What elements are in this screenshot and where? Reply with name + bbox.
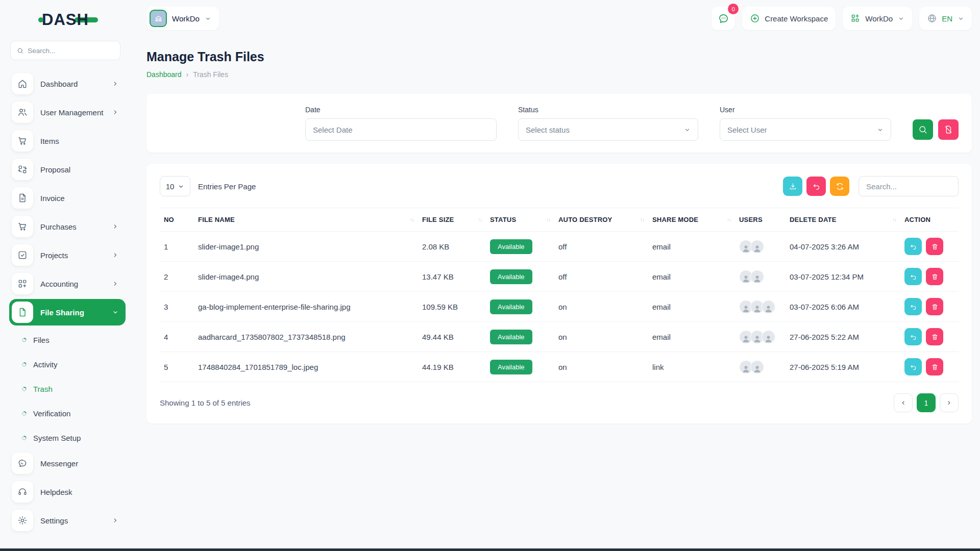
user-filter-field: User Select User xyxy=(720,106,891,141)
sidebar-item-trash[interactable]: Trash xyxy=(9,377,126,401)
users-avatars xyxy=(739,240,781,254)
sidebar-item-items[interactable]: Items xyxy=(9,128,126,154)
column-header-no: NO xyxy=(160,208,194,232)
sidebar-item-activity[interactable]: Activity xyxy=(9,352,126,377)
delete-file-button[interactable] xyxy=(926,268,943,285)
sidebar-search-input[interactable] xyxy=(28,47,114,55)
sidebar-item-verification[interactable]: Verification xyxy=(9,401,126,425)
sidebar-item-label: Helpdesk xyxy=(40,488,119,496)
workspace-logo-icon xyxy=(150,10,167,27)
column-header-status[interactable]: STATUS↑↓ xyxy=(486,208,554,232)
file-name-cell: slider-image4.png xyxy=(194,262,418,292)
chevron-right-icon xyxy=(112,109,119,116)
sidebar-item-user-management[interactable]: User Management xyxy=(9,99,126,126)
sidebar-item-proposal[interactable]: Proposal xyxy=(9,156,126,183)
search-icon xyxy=(17,47,23,55)
prev-page-button[interactable] xyxy=(894,393,913,412)
app-logo[interactable]: DASH xyxy=(0,8,131,32)
sort-icon[interactable]: ↑↓ xyxy=(727,217,731,222)
delete-file-button[interactable] xyxy=(926,238,943,255)
restore-file-button[interactable] xyxy=(904,238,922,255)
column-header-file_size[interactable]: FILE SIZE↑↓ xyxy=(418,208,486,232)
auto-destroy-cell: on xyxy=(554,352,648,382)
download-button[interactable] xyxy=(783,177,802,196)
restore-file-button[interactable] xyxy=(904,298,922,315)
table-row: 3ga-blog-implement-enterprise-file-shari… xyxy=(160,292,959,322)
delete-date-cell: 03-07-2025 6:06 AM xyxy=(786,292,900,322)
sidebar-subitem-label: Verification xyxy=(33,409,70,418)
date-filter-field: Date xyxy=(305,106,497,141)
column-header-share_mode[interactable]: SHARE MODE↑↓ xyxy=(648,208,735,232)
avatar xyxy=(762,300,775,314)
sort-icon[interactable]: ↑↓ xyxy=(640,217,644,222)
column-header-auto_destroy[interactable]: AUTO DESTROY↑↓ xyxy=(554,208,648,232)
sidebar-item-system-setup[interactable]: System Setup xyxy=(9,425,126,450)
chevron-right-icon xyxy=(112,80,119,88)
refresh-button[interactable] xyxy=(830,177,849,196)
gear-icon xyxy=(12,510,33,531)
restore-file-button[interactable] xyxy=(904,268,922,285)
language-selector[interactable]: EN xyxy=(919,7,972,30)
trash-files-table: NOFILE NAME↑↓FILE SIZE↑↓STATUS↑↓AUTO DES… xyxy=(160,208,959,382)
sidebar-item-purchases[interactable]: Purchases xyxy=(9,213,126,240)
column-header-delete_date[interactable]: DELETE DATE↑↓ xyxy=(786,208,900,232)
sort-icon[interactable]: ↑↓ xyxy=(892,217,896,222)
sidebar-item-dashboard[interactable]: Dashboard xyxy=(9,70,126,97)
file-size-cell: 2.08 KB xyxy=(418,232,486,262)
row-actions xyxy=(904,328,954,345)
restore-file-button[interactable] xyxy=(904,358,922,375)
chevron-right-icon xyxy=(112,252,119,259)
page-number-button[interactable]: 1 xyxy=(917,393,936,412)
column-header-file_name[interactable]: FILE NAME↑↓ xyxy=(194,208,418,232)
restore-all-button[interactable] xyxy=(806,177,826,196)
ring-icon xyxy=(21,337,27,343)
ring-icon xyxy=(21,411,27,416)
sidebar-item-label: Accounting xyxy=(40,280,105,288)
date-input[interactable] xyxy=(313,126,489,134)
user-filter-select[interactable]: Select User xyxy=(720,118,891,141)
status-filter-field: Status Select status xyxy=(518,106,698,141)
column-header-action: ACTION xyxy=(900,208,959,232)
file-name-cell: slider-image1.png xyxy=(194,232,418,262)
workspace-switcher[interactable]: WorkDo xyxy=(843,7,912,30)
messages-button[interactable]: 0 xyxy=(712,7,735,30)
file-name-cell: 1748840284_1701851789_loc.jpeg xyxy=(194,352,418,382)
sidebar: DASH DashboardUser ManagementItemsPropos… xyxy=(0,0,131,551)
users-icon xyxy=(12,102,33,123)
reset-filter-button[interactable] xyxy=(938,119,959,140)
topbar-actions: 0 Create Workspace WorkDo EN xyxy=(712,7,972,30)
sidebar-subitem-label: Trash xyxy=(33,385,53,393)
sidebar-item-label: Purchases xyxy=(40,222,105,231)
date-filter-input[interactable] xyxy=(305,118,497,141)
apply-filter-button[interactable] xyxy=(913,119,933,140)
delete-file-button[interactable] xyxy=(926,358,943,375)
bottom-edge xyxy=(0,548,980,551)
table-search-input[interactable] xyxy=(859,176,959,196)
accounting-icon xyxy=(12,273,33,294)
sidebar-item-helpdesk[interactable]: Helpdesk xyxy=(9,479,126,505)
share-mode-cell: link xyxy=(648,352,735,382)
sort-icon[interactable]: ↑↓ xyxy=(410,217,414,222)
workspace-selector[interactable]: WorkDo xyxy=(146,7,219,30)
sidebar-item-settings[interactable]: Settings xyxy=(9,507,126,534)
delete-file-button[interactable] xyxy=(926,298,943,315)
sidebar-item-invoice[interactable]: Invoice xyxy=(9,185,126,211)
entries-per-page-label: Entries Per Page xyxy=(198,182,256,191)
sort-icon[interactable]: ↑↓ xyxy=(478,217,482,222)
breadcrumb-dashboard-link[interactable]: Dashboard xyxy=(146,70,182,79)
create-workspace-button[interactable]: Create Workspace xyxy=(742,7,836,30)
check-square-icon xyxy=(12,244,33,266)
sidebar-item-accounting[interactable]: Accounting xyxy=(9,270,126,297)
entries-per-page-select[interactable]: 10 xyxy=(160,176,190,196)
status-filter-select[interactable]: Select status xyxy=(518,118,698,141)
sort-icon[interactable]: ↑↓ xyxy=(546,217,550,222)
sidebar-item-file-sharing[interactable]: File Sharing xyxy=(9,299,126,325)
restore-file-button[interactable] xyxy=(904,328,922,345)
delete-file-button[interactable] xyxy=(926,328,943,345)
next-page-button[interactable] xyxy=(940,393,959,412)
sidebar-item-files[interactable]: Files xyxy=(9,328,126,352)
messages-badge: 0 xyxy=(728,4,739,14)
sidebar-item-projects[interactable]: Projects xyxy=(9,242,126,268)
sidebar-item-messenger[interactable]: Messenger xyxy=(9,450,126,477)
sidebar-subitem-label: System Setup xyxy=(33,434,81,442)
